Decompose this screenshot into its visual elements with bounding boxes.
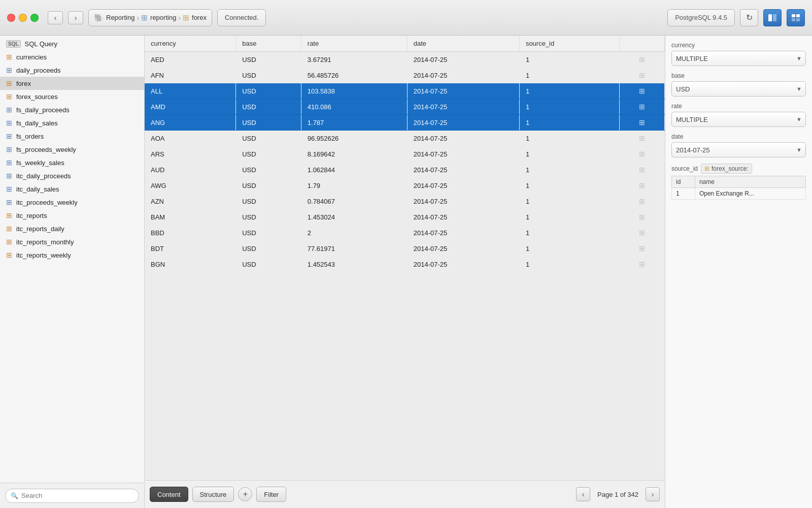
cell-currency: BAM xyxy=(145,209,236,225)
breadcrumb-sep-2: › xyxy=(178,14,181,22)
cell-icon[interactable]: ⊞ xyxy=(619,68,664,83)
sidebar-item-SQL Query[interactable]: SQLSQL Query xyxy=(0,38,144,50)
view-layout-button[interactable] xyxy=(787,9,805,26)
table-row[interactable]: ALLUSD103.58382014-07-251⊞ xyxy=(145,83,665,99)
connection-status: Connected. xyxy=(217,9,266,26)
sidebar-item-fs_orders[interactable]: ⊞fs_orders xyxy=(0,130,144,143)
sidebar-item-fs_daily_proceeds[interactable]: ⊞fs_daily_proceeds xyxy=(0,103,144,116)
field-base: base USD ▼ xyxy=(671,72,806,97)
cell-icon[interactable]: ⊞ xyxy=(619,209,664,225)
sidebar-item-itc_reports_weekly[interactable]: ⊞itc_reports_weekly xyxy=(0,248,144,262)
cell-icon[interactable]: ⊞ xyxy=(619,146,664,162)
cell-icon[interactable]: ⊞ xyxy=(619,257,664,272)
next-page-button[interactable]: › xyxy=(646,487,660,501)
sidebar-item-forex_sources[interactable]: ⊞forex_sources xyxy=(0,90,144,103)
table-row[interactable]: ARSUSD8.1696422014-07-251⊞ xyxy=(145,146,665,162)
sidebar-item-forex[interactable]: ⊞forex xyxy=(0,77,144,90)
source-table-badge[interactable]: ⊞ forex_source: xyxy=(701,164,752,174)
content-tab[interactable]: Content xyxy=(150,487,188,502)
table-orange-icon: ⊞ xyxy=(6,251,12,259)
svg-rect-5 xyxy=(796,18,800,21)
cell-source_id: 1 xyxy=(519,131,619,146)
svg-rect-3 xyxy=(796,14,800,17)
traffic-lights xyxy=(7,14,39,22)
cell-rate: 96.952626 xyxy=(301,131,407,146)
source-table-name: forex_source: xyxy=(712,165,749,172)
cell-icon[interactable]: ⊞ xyxy=(619,131,664,146)
cell-currency: AZN xyxy=(145,194,236,209)
sidebar-item-fs_daily_sales[interactable]: ⊞fs_daily_sales xyxy=(0,116,144,130)
structure-tab[interactable]: Structure xyxy=(192,487,234,502)
table-blue-icon: ⊞ xyxy=(6,158,12,167)
table-row[interactable]: BGNUSD1.4525432014-07-251⊞ xyxy=(145,257,665,272)
search-input[interactable] xyxy=(21,492,133,499)
field-rate: rate MULTIPLE ▼ xyxy=(671,103,806,127)
cell-base: USD xyxy=(236,225,301,241)
cell-rate: 8.169642 xyxy=(301,146,407,162)
currency-select[interactable]: MULTIPLE xyxy=(671,51,806,66)
cell-icon[interactable]: ⊞ xyxy=(619,52,664,68)
cell-currency: AMD xyxy=(145,99,236,115)
table-blue-icon: ⊞ xyxy=(6,66,12,74)
table-row[interactable]: AEDUSD3.672912014-07-251⊞ xyxy=(145,52,665,68)
cell-date: 2014-07-25 xyxy=(407,52,519,68)
close-button[interactable] xyxy=(7,14,15,22)
date-select[interactable]: 2014-07-25 xyxy=(671,142,806,157)
add-row-button[interactable]: + xyxy=(238,487,252,501)
maximize-button[interactable] xyxy=(30,14,39,22)
cell-icon[interactable]: ⊞ xyxy=(619,241,664,257)
table-row[interactable]: AWGUSD1.792014-07-251⊞ xyxy=(145,178,665,194)
svg-rect-4 xyxy=(792,18,795,21)
cell-icon[interactable]: ⊞ xyxy=(619,194,664,209)
sidebar-item-itc_proceeds_weekly[interactable]: ⊞itc_proceeds_weekly xyxy=(0,196,144,209)
sidebar-item-itc_reports_daily[interactable]: ⊞itc_reports_daily xyxy=(0,222,144,235)
cell-icon[interactable]: ⊞ xyxy=(619,178,664,194)
table-row[interactable]: BBDUSD22014-07-251⊞ xyxy=(145,225,665,241)
breadcrumb-reporting[interactable]: 🐘 Reporting xyxy=(94,13,134,22)
breadcrumb-table[interactable]: ⊞ forex xyxy=(183,13,207,22)
filter-button[interactable]: Filter xyxy=(256,487,286,502)
minimize-button[interactable] xyxy=(19,14,27,22)
table-row[interactable]: BDTUSD77.619712014-07-251⊞ xyxy=(145,241,665,257)
cell-icon[interactable]: ⊞ xyxy=(619,99,664,115)
table-row[interactable]: BAMUSD1.4530242014-07-251⊞ xyxy=(145,209,665,225)
sidebar-item-currencies[interactable]: ⊞currencies xyxy=(0,50,144,64)
sidebar-item-itc_daily_sales[interactable]: ⊞itc_daily_sales xyxy=(0,182,144,196)
cell-icon[interactable]: ⊞ xyxy=(619,83,664,99)
cell-rate: 103.5838 xyxy=(301,83,407,99)
sidebar-item-itc_reports[interactable]: ⊞itc_reports xyxy=(0,209,144,222)
prev-page-button[interactable]: ‹ xyxy=(576,487,590,501)
sidebar-item-fs_proceeds_weekly[interactable]: ⊞fs_proceeds_weekly xyxy=(0,143,144,156)
sidebar-item-fs_weekly_sales[interactable]: ⊞fs_weekly_sales xyxy=(0,156,144,169)
cell-rate: 1.79 xyxy=(301,178,407,194)
table-row[interactable]: AFNUSD56.4857262014-07-251⊞ xyxy=(145,68,665,83)
sidebar-item-itc_reports_monthly[interactable]: ⊞itc_reports_monthly xyxy=(0,235,144,248)
sidebar-item-itc_daily_proceeds[interactable]: ⊞itc_daily_proceeds xyxy=(0,169,144,182)
base-label: base xyxy=(671,72,806,79)
table-row[interactable]: AUDUSD1.0628442014-07-251⊞ xyxy=(145,162,665,178)
search-box[interactable]: 🔍 xyxy=(5,489,139,503)
breadcrumb-sep-1: › xyxy=(137,14,139,22)
cell-icon[interactable]: ⊞ xyxy=(619,225,664,241)
forward-button[interactable]: › xyxy=(68,11,83,24)
refresh-button[interactable]: ↻ xyxy=(740,9,758,26)
cell-base: USD xyxy=(236,241,301,257)
sidebar-item-daily_proceeds[interactable]: ⊞daily_proceeds xyxy=(0,64,144,77)
table-row[interactable]: ANGUSD1.7872014-07-251⊞ xyxy=(145,115,665,131)
sidebar-item-label: itc_reports xyxy=(16,212,47,219)
table-row[interactable]: AMDUSD410.0862014-07-251⊞ xyxy=(145,99,665,115)
rate-select[interactable]: MULTIPLE xyxy=(671,112,806,127)
breadcrumb-db[interactable]: ⊞ reporting xyxy=(141,13,176,22)
back-button[interactable]: ‹ xyxy=(48,11,63,24)
base-select[interactable]: USD xyxy=(671,81,806,97)
field-currency: currency MULTIPLE ▼ xyxy=(671,42,806,66)
table-row[interactable]: AZNUSD0.7840672014-07-251⊞ xyxy=(145,194,665,209)
cell-date: 2014-07-25 xyxy=(407,241,519,257)
view-panel-button[interactable] xyxy=(763,9,782,26)
cell-source_id: 1 xyxy=(519,194,619,209)
cell-icon[interactable]: ⊞ xyxy=(619,162,664,178)
table-row[interactable]: AOAUSD96.9526262014-07-251⊞ xyxy=(145,131,665,146)
source-mini-table: idname1Open Exchange R... xyxy=(671,176,806,200)
cell-icon[interactable]: ⊞ xyxy=(619,115,664,131)
cell-date: 2014-07-25 xyxy=(407,146,519,162)
